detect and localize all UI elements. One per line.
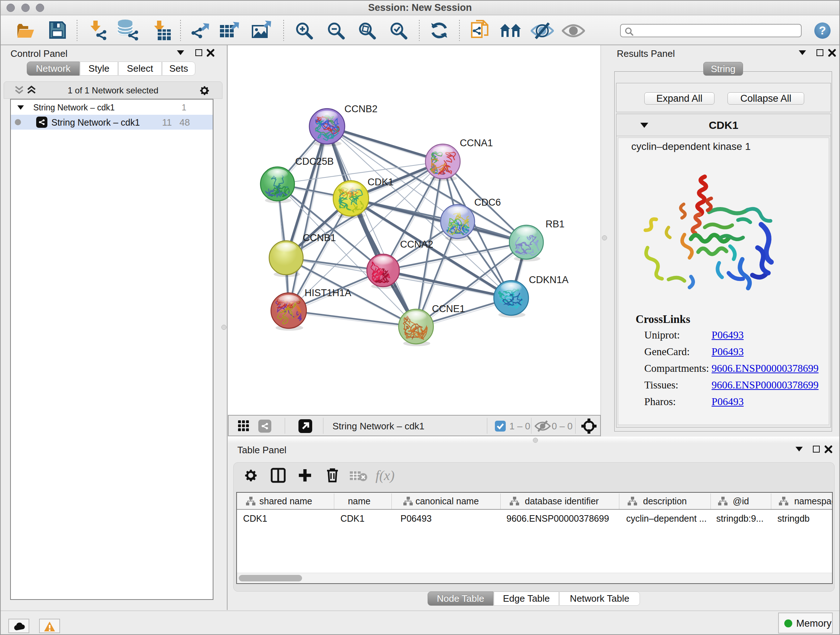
svg-text:CCNB2: CCNB2 (344, 103, 378, 114)
svg-text:CCNE1: CCNE1 (432, 303, 465, 314)
svg-text:CDC25B: CDC25B (295, 156, 334, 167)
svg-text:RB1: RB1 (546, 219, 565, 230)
svg-text:HIST1H1A: HIST1H1A (305, 287, 351, 298)
svg-text:CDKN1A: CDKN1A (529, 274, 569, 285)
svg-text:CDC6: CDC6 (474, 197, 501, 208)
svg-text:CCNA2: CCNA2 (400, 239, 433, 250)
svg-text:CCNA1: CCNA1 (460, 138, 493, 149)
svg-text:CCNB1: CCNB1 (303, 233, 336, 243)
svg-text:CDK1: CDK1 (368, 177, 393, 187)
